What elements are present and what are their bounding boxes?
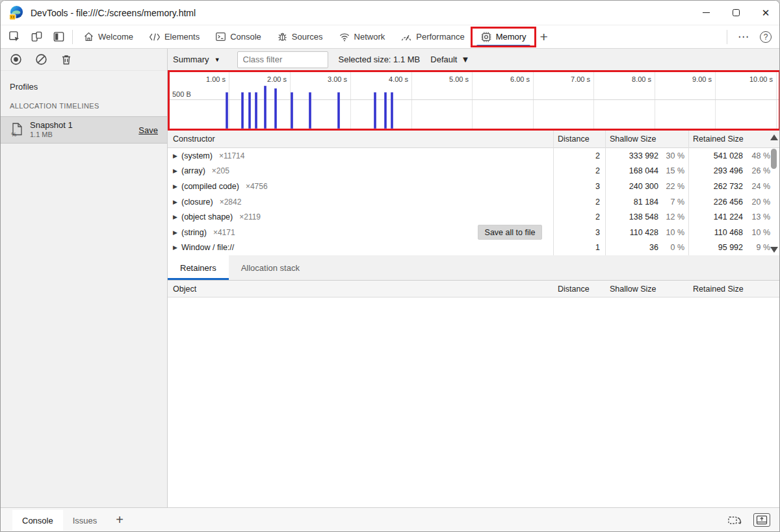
window-controls: ✕ (691, 1, 780, 25)
record-icon[interactable] (10, 53, 22, 66)
expand-row-icon[interactable]: ▶ (173, 168, 181, 174)
tab-memory[interactable]: Memory (473, 25, 534, 48)
more-options-button[interactable]: ⋯ (730, 30, 757, 44)
column-divider[interactable] (605, 131, 606, 255)
close-button[interactable]: ✕ (751, 1, 780, 25)
shallow-size-cell: 110 42810 % (605, 228, 688, 237)
instance-count: ×2119 (239, 212, 261, 222)
snapshot-name: Snapshot 1 (30, 120, 73, 131)
constructor-name: Window / file:// (181, 243, 234, 252)
drawer-new-tab-button[interactable]: + (107, 513, 133, 527)
constructor-name: (object shape) (181, 212, 233, 222)
tab-label: Console (22, 516, 53, 526)
retained-size-value: 262 732 (714, 182, 743, 191)
shallow-size-percent: 30 % (658, 151, 688, 160)
shallow-size-percent: 12 % (658, 212, 688, 222)
snapshot-size: 1.1 MB (30, 131, 73, 140)
column-header-constructor[interactable]: Constructor (168, 134, 553, 144)
timeline-gridline (411, 72, 412, 129)
active-tab-underline (168, 278, 229, 280)
column-header-retained-size[interactable]: Retained Size (688, 285, 780, 294)
snapshot-save-link[interactable]: Save (138, 125, 158, 135)
timeline-tick-label: 1.00 s (180, 75, 226, 83)
trash-icon[interactable] (60, 54, 72, 66)
node-filter-dropdown[interactable]: Default ▼ (430, 55, 469, 64)
timeline-gridline (350, 72, 351, 129)
new-devtools-tab-button[interactable]: + (534, 27, 554, 47)
instance-count: ×2842 (220, 197, 242, 207)
allocation-timeline[interactable]: 1.00 s2.00 s3.00 s4.00 s5.00 s6.00 s7.00… (168, 70, 780, 131)
instance-count: ×11714 (219, 151, 245, 160)
expand-row-icon[interactable]: ▶ (173, 153, 181, 159)
timeline-gridline (593, 72, 594, 129)
title-bar: DevTools - file:///C:/screens/memory.htm… (1, 1, 780, 25)
distance-cell: 2 (553, 166, 605, 175)
column-header-distance[interactable]: Distance (553, 285, 605, 294)
tab-elements[interactable]: Elements (141, 25, 207, 48)
tab-label: Elements (164, 32, 200, 42)
column-header-shallow-size[interactable]: Shallow Size (605, 285, 688, 294)
column-header-shallow-size[interactable]: Shallow Size (605, 134, 688, 144)
distance-cell: 2 (553, 212, 605, 222)
minimize-button[interactable] (691, 1, 721, 25)
drawer-tab-bar: Console Issues + (1, 507, 780, 532)
tab-allocation-stack[interactable]: Allocation stack (229, 255, 312, 280)
close-icon: ✕ (762, 8, 770, 18)
tab-welcome[interactable]: Welcome (75, 25, 141, 48)
column-header-retained-size[interactable]: Retained Size (688, 134, 780, 144)
class-filter-input[interactable] (237, 51, 328, 68)
clear-profiles-icon[interactable] (35, 53, 47, 66)
expand-row-icon[interactable]: ▶ (173, 229, 181, 236)
column-divider[interactable] (688, 131, 689, 255)
maximize-button[interactable] (721, 1, 751, 25)
tab-sources[interactable]: Sources (269, 25, 331, 48)
drawer-tab-console[interactable]: Console (12, 510, 63, 531)
drawer-tab-issues[interactable]: Issues (63, 510, 107, 531)
constructor-cell: ▶Window / file:// (168, 243, 553, 252)
constructor-table-scrollbar[interactable] (770, 133, 779, 255)
allocation-timelines-section-label: ALLOCATION TIMELINES (1, 92, 167, 116)
device-emulation-icon[interactable] (25, 27, 47, 47)
shallow-size-value: 240 300 (629, 182, 658, 191)
object-table-body (168, 298, 780, 507)
shallow-size-value: 168 044 (629, 166, 658, 175)
inspect-element-icon[interactable] (3, 27, 25, 47)
expand-row-icon[interactable]: ▶ (173, 199, 181, 205)
retained-size-value: 110 468 (714, 228, 743, 237)
home-icon (83, 31, 94, 42)
retained-size-cell: 541 02848 % (688, 151, 780, 160)
allocation-bar (291, 92, 293, 129)
timeline-500b-label: 500 B (172, 90, 191, 98)
dock-panel-icon[interactable] (47, 27, 70, 47)
toggle-screencast-icon[interactable] (727, 514, 743, 527)
wifi-icon (339, 32, 350, 42)
tab-console[interactable]: Console (207, 25, 269, 48)
constructor-cell: ▶(closure)×2842 (168, 197, 553, 207)
shallow-size-cell: 360 % (605, 243, 688, 252)
timeline-gridline (655, 72, 655, 129)
expand-row-icon[interactable]: ▶ (173, 183, 181, 190)
timeline-tick-label: 4.00 s (363, 75, 408, 83)
profiler-toolbar (1, 49, 167, 71)
scroll-down-icon[interactable] (770, 247, 778, 253)
expand-row-icon[interactable]: ▶ (173, 244, 181, 251)
gauge-icon (400, 32, 412, 42)
constructor-name: (system) (181, 151, 213, 160)
perspective-dropdown[interactable]: Summary ▼ (168, 55, 226, 64)
scrollbar-thumb[interactable] (771, 149, 777, 169)
tab-retainers[interactable]: Retainers (168, 255, 229, 280)
snapshot-list-item[interactable]: % Snapshot 1 1.1 MB Save (1, 116, 167, 144)
distance-cell: 3 (553, 182, 605, 191)
help-button[interactable]: ? (760, 31, 772, 43)
save-all-to-file-button[interactable]: Save all to file (478, 225, 542, 240)
shallow-size-percent: 22 % (658, 182, 688, 191)
expand-row-icon[interactable]: ▶ (173, 214, 181, 220)
shallow-size-value: 138 548 (629, 212, 658, 222)
scroll-up-icon[interactable] (770, 134, 778, 140)
column-header-object[interactable]: Object (168, 285, 553, 294)
tab-network[interactable]: Network (331, 25, 393, 48)
tab-performance[interactable]: Performance (393, 25, 472, 48)
column-header-distance[interactable]: Distance (553, 134, 605, 144)
expand-quick-view-button[interactable] (753, 513, 770, 527)
column-divider[interactable] (553, 131, 554, 255)
